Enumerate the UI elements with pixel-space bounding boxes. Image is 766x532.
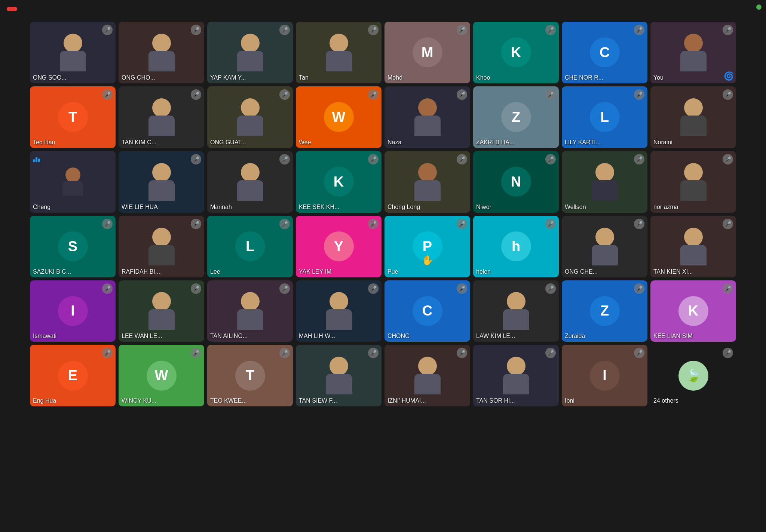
participant-ong-soo[interactable]: 🎤ONG SOO... (30, 22, 116, 83)
avatar-circle: W (147, 361, 177, 391)
mute-icon: 🎤 (279, 348, 290, 358)
participant-marinah[interactable]: 🎤Marinah (207, 151, 293, 213)
participant-ismawati[interactable]: I🎤Ismawati (30, 280, 116, 342)
participant-niwor[interactable]: N🎤Niwor (473, 151, 559, 213)
participant-name: TAN SOR HI... (476, 397, 515, 404)
participant-tan-siew[interactable]: 🎤TAN SIEW F... (296, 345, 382, 406)
participant-cheng[interactable]: Cheng (30, 151, 116, 213)
participant-lee[interactable]: L🎤Lee (207, 216, 293, 277)
mute-icon: 🎤 (279, 25, 290, 35)
participant-lily[interactable]: L🎤LILY KARTI... (562, 86, 647, 148)
mute-icon: 🎤 (191, 348, 201, 358)
participant-chong-long[interactable]: 🎤Chong Long (384, 151, 470, 213)
mute-icon: 🎤 (191, 283, 201, 294)
avatar-circle: 🍃 (678, 361, 708, 391)
participant-zuraida[interactable]: Z🎤Zuraida (562, 280, 647, 342)
mute-icon: 🎤 (279, 154, 290, 164)
participants-grid: 🎤ONG SOO... 🎤ONG CHO... 🎤YAP KAM Y... 🎤T… (0, 19, 766, 409)
participant-name: Niwor (476, 204, 491, 210)
participant-wellson[interactable]: 🎤Wellson (562, 151, 647, 213)
participant-kee-sek[interactable]: K🎤KEE SEK KH... (296, 151, 382, 213)
avatar-circle: C (413, 296, 442, 326)
green-dot (756, 4, 762, 10)
participant-ibni[interactable]: I🎤Ibni (562, 345, 647, 406)
participant-ong-cho[interactable]: 🎤ONG CHO... (119, 22, 204, 83)
mute-icon: 🎤 (634, 283, 644, 294)
avatar-circle: h (501, 231, 531, 261)
participant-tan-sor[interactable]: 🎤TAN SOR HI... (473, 345, 559, 406)
participant-wee[interactable]: W🎤Wee (296, 86, 382, 148)
participant-izni[interactable]: 🎤IZNI' HUMAI... (384, 345, 470, 406)
participant-che-nor[interactable]: C🎤CHE NOR R... (562, 22, 647, 83)
participant-tan-kim[interactable]: 🎤TAN KIM C... (119, 86, 204, 148)
participant-name: ONG SOO... (33, 74, 67, 81)
mute-icon: 🎤 (457, 25, 467, 35)
participant-teo-han[interactable]: T🎤Teo Han (30, 86, 116, 148)
participant-others[interactable]: 🍃🎤24 others (650, 345, 736, 406)
participant-ong-che[interactable]: 🎤ONG CHE... (562, 216, 647, 277)
participant-lee-wan[interactable]: 🎤LEE WAN LE... (119, 280, 204, 342)
mute-icon: 🎤 (279, 89, 290, 100)
mute-icon: 🎤 (102, 348, 113, 358)
participant-name: YAP KAM Y... (210, 74, 246, 81)
mute-icon: 🎤 (368, 283, 379, 294)
participant-wie-lie[interactable]: 🎤WIE LIE HUA (119, 151, 204, 213)
participant-mah-lih[interactable]: 🎤MAH LIH W... (296, 280, 382, 342)
participant-name: CHE NOR R... (565, 74, 603, 81)
participant-name: WINCY KU... (122, 397, 156, 404)
participant-tan-ailing[interactable]: 🎤TAN AILING... (207, 280, 293, 342)
avatar-circle: Z (501, 102, 531, 132)
participant-yap-kam[interactable]: 🎤YAP KAM Y... (207, 22, 293, 83)
mute-icon: 🎤 (457, 154, 467, 164)
participant-teo-kwee[interactable]: T🎤TEO KWEE... (207, 345, 293, 406)
participant-name: ZAKRI B HA... (476, 139, 514, 146)
participant-name: CHONG (387, 333, 410, 339)
participant-name: TAN KIEN XI... (653, 268, 693, 275)
mute-icon: 🎤 (634, 25, 644, 35)
participant-khoo[interactable]: K🎤Khoo (473, 22, 559, 83)
participant-eng-hua[interactable]: E🎤Eng Hua (30, 345, 116, 406)
participant-tan-kien[interactable]: 🎤TAN KIEN XI... (650, 216, 736, 277)
participant-helen[interactable]: h🎤helen (473, 216, 559, 277)
participant-name: Mohd (387, 74, 402, 81)
mute-icon: 🎤 (191, 89, 201, 100)
mute-icon: 🎤 (723, 219, 733, 229)
mute-icon: 🎤 (545, 219, 556, 229)
avatar-circle: I (590, 361, 620, 391)
participant-ong-guat[interactable]: 🎤ONG GUAT... (207, 86, 293, 148)
avatar-circle: I (58, 296, 88, 326)
mute-icon: 🎤 (545, 25, 556, 35)
mute-icon: 🎤 (634, 348, 644, 358)
mute-icon: 🎤 (191, 25, 201, 35)
participant-tan[interactable]: 🎤Tan (296, 22, 382, 83)
participant-law-kim[interactable]: 🎤LAW KIM LE... (473, 280, 559, 342)
participant-yak-ley[interactable]: Y🎤YAK LEY IM (296, 216, 382, 277)
participant-naza[interactable]: 🎤Naza (384, 86, 470, 148)
participant-name: Wellson (565, 204, 586, 210)
participant-zakri[interactable]: Z🎤ZAKRI B HA... (473, 86, 559, 148)
participant-name: LAW KIM LE... (476, 333, 515, 339)
participant-you[interactable]: 🎤You🌀 (650, 22, 736, 83)
participant-wincy[interactable]: W🎤WINCY KU... (119, 345, 204, 406)
participant-noraini[interactable]: 🎤Noraini (650, 86, 736, 148)
participant-sazuki[interactable]: S🎤SAZUKI B C... (30, 216, 116, 277)
mute-icon: 🎤 (279, 283, 290, 294)
participant-name: Cheng (33, 204, 50, 210)
avatar-circle: L (235, 231, 265, 261)
participant-mohd[interactable]: M🎤Mohd (384, 22, 470, 83)
participant-name: Ibni (565, 397, 574, 404)
participant-chong[interactable]: C🎤CHONG (384, 280, 470, 342)
mute-icon: 🎤 (279, 219, 290, 229)
participant-name: LEE WAN LE... (122, 333, 162, 339)
mute-icon: 🎤 (634, 154, 644, 164)
avatar-circle: Z (590, 296, 620, 326)
participant-name: KEE LIAN SIM (653, 333, 693, 339)
participant-pue[interactable]: P🎤✋Pue (384, 216, 470, 277)
participant-rafidah[interactable]: 🎤RAFIDAH BI... (119, 216, 204, 277)
participant-nor-azma[interactable]: 🎤nor azma (650, 151, 736, 213)
mute-icon: 🎤 (545, 283, 556, 294)
participant-name: ONG CHE... (565, 268, 598, 275)
participant-name: LILY KARTI... (565, 139, 601, 146)
avatar-circle: T (235, 361, 265, 391)
participant-kee-lian[interactable]: K🎤KEE LIAN SIM (650, 280, 736, 342)
